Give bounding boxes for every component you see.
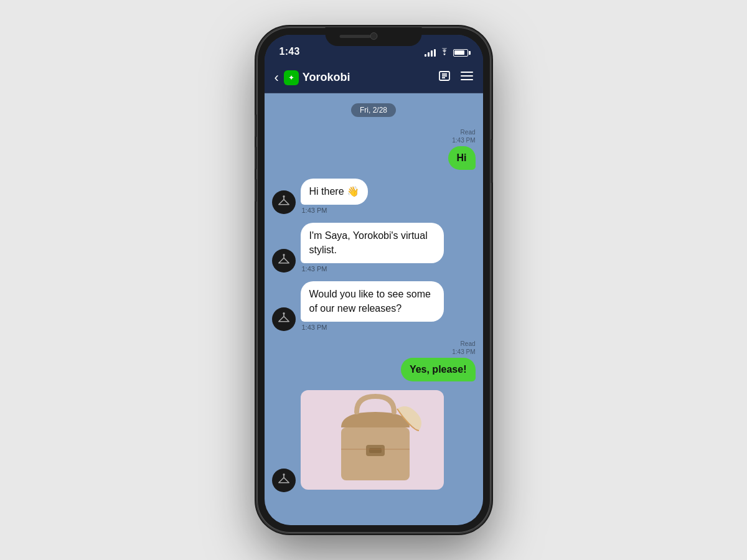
status-icons (425, 48, 468, 57)
bubble-recv-3: Would you like to see some of our new re… (301, 281, 444, 322)
menu-icon[interactable] (461, 71, 473, 84)
date-pill: Fri, 2/28 (351, 103, 396, 117)
signal-icon (425, 49, 436, 57)
contact-badge: ✦ (284, 70, 299, 85)
msg-sent-yes: Read1:43 PM Yes, please! (272, 340, 476, 381)
contact-badge-icon: ✦ (288, 73, 294, 82)
phone-frame: 1:43 (257, 27, 491, 533)
read-receipt-yes: Read1:43 PM (452, 340, 475, 356)
list-icon[interactable] (438, 70, 451, 85)
notch (326, 27, 422, 46)
msg-recv-1: Hi there 👋 1:43 PM (272, 179, 476, 214)
hanger-icon-4 (278, 474, 290, 487)
header-actions (438, 70, 473, 85)
avatar-1 (272, 190, 296, 214)
time-recv-1: 1:43 PM (301, 207, 329, 214)
hanger-icon-2 (278, 254, 290, 268)
msg-recv-3: Would you like to see some of our new re… (272, 281, 476, 331)
chat-body: Fri, 2/28 Read1:43 PM Hi (265, 93, 483, 525)
bubble-wrap-recv-2: I'm Saya, Yorokobi's virtual stylist. 1:… (301, 223, 444, 273)
avatar-2 (272, 249, 296, 273)
image-card[interactable] (301, 390, 444, 490)
phone-screen: 1:43 (265, 35, 483, 525)
wifi-icon (439, 48, 449, 57)
status-time: 1:43 (280, 46, 300, 57)
battery-icon (453, 49, 468, 57)
time-recv-2: 1:43 PM (301, 265, 329, 273)
read-receipt-hi: Read1:43 PM (452, 128, 475, 144)
bubble-recv-2: I'm Saya, Yorokobi's virtual stylist. (301, 223, 444, 263)
bubble-wrap-sent-hi: Read1:43 PM Hi (448, 128, 476, 170)
bubble-wrap-sent-yes: Read1:43 PM Yes, please! (401, 340, 476, 381)
bubble-recv-1: Hi there 👋 (301, 179, 368, 205)
hanger-icon-1 (278, 195, 290, 209)
bubble-sent-yes: Yes, please! (401, 358, 476, 381)
svg-rect-9 (369, 448, 382, 453)
back-button[interactable]: ‹ (275, 71, 279, 85)
chat-header: ‹ ✦ Yorokobi (265, 62, 483, 93)
msg-sent-hi: Read1:43 PM Hi (272, 128, 476, 170)
avatar-4 (272, 469, 296, 492)
msg-recv-2: I'm Saya, Yorokobi's virtual stylist. 1:… (272, 223, 476, 273)
hanger-icon-3 (278, 312, 290, 326)
bubble-sent-hi: Hi (448, 146, 476, 170)
msg-image-row (272, 390, 476, 492)
bubble-wrap-recv-1: Hi there 👋 1:43 PM (301, 179, 368, 214)
time-recv-3: 1:43 PM (301, 324, 329, 331)
bubble-wrap-recv-3: Would you like to see some of our new re… (301, 281, 444, 331)
avatar-3 (272, 307, 296, 331)
date-divider: Fri, 2/28 (272, 103, 476, 117)
contact-name[interactable]: Yorokobi (303, 71, 438, 84)
